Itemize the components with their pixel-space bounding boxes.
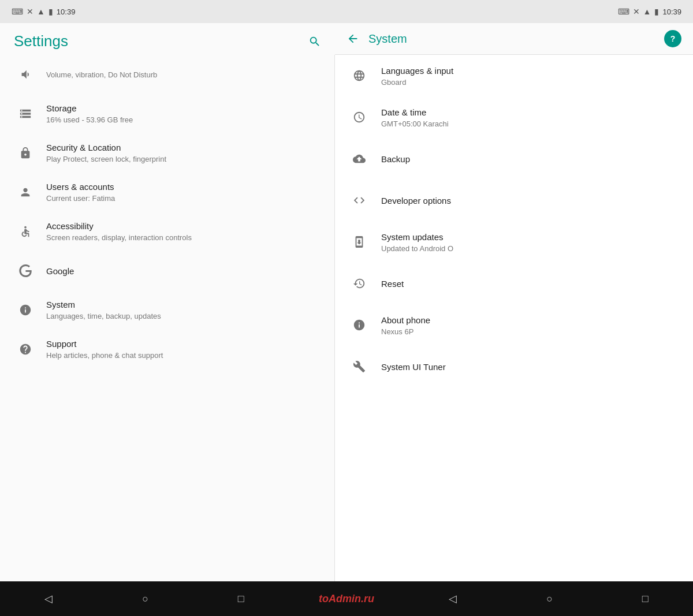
- help-button[interactable]: ?: [664, 30, 681, 47]
- accessibility-icon: [14, 220, 37, 243]
- time-right: 10:39: [662, 8, 681, 16]
- support-subtitle: Help articles, phone & chat support: [46, 351, 321, 361]
- security-title: Security & Location: [46, 141, 321, 154]
- about-title: About phone: [381, 314, 681, 326]
- system-updates-subtitle: Updated to Android O: [381, 244, 681, 253]
- google-text: Google: [46, 265, 321, 277]
- accessibility-text: Accessibility Screen readers, display, i…: [46, 220, 321, 243]
- support-text: Support Help articles, phone & chat supp…: [46, 338, 321, 361]
- reset-title: Reset: [381, 278, 681, 290]
- battery-icon: ▮: [49, 7, 53, 16]
- navigation-bar: ◁ ○ □ toAdmin.ru ◁ ○ □: [0, 581, 693, 616]
- languages-subtitle: Gboard: [381, 78, 681, 87]
- security-subtitle: Play Protect, screen lock, fingerprint: [46, 155, 321, 165]
- right-item-about[interactable]: About phone Nexus 6P: [335, 304, 693, 346]
- system-settings-list: Languages & input Gboard Date & time GMT…: [335, 55, 693, 581]
- vibrate-icon: ⌨: [12, 7, 23, 16]
- right-item-system-updates[interactable]: System updates Updated to Android O: [335, 221, 693, 263]
- clock-icon: [346, 104, 372, 130]
- backup-text: Backup: [381, 153, 681, 165]
- about-subtitle: Nexus 6P: [381, 327, 681, 336]
- languages-text: Languages & input Gboard: [381, 65, 681, 87]
- home-nav-icon[interactable]: ○: [137, 588, 153, 610]
- right-item-backup[interactable]: Backup: [335, 138, 693, 180]
- right-item-reset[interactable]: Reset: [335, 263, 693, 304]
- system-update-icon: [346, 229, 372, 255]
- developer-title: Developer options: [381, 195, 681, 207]
- search-icon[interactable]: [308, 35, 321, 48]
- cloud-upload-icon: [346, 146, 372, 171]
- recent-nav-icon[interactable]: □: [233, 588, 249, 610]
- wrench-icon: [346, 354, 372, 379]
- google-icon: [14, 259, 37, 282]
- back-icon[interactable]: [346, 32, 359, 45]
- right-item-datetime[interactable]: Date & time GMT+05:00 Karachi: [335, 96, 693, 138]
- settings-header: Settings: [0, 23, 335, 55]
- nav-right: ◁ ○ □: [404, 588, 693, 610]
- code-icon: [346, 188, 372, 213]
- users-subtitle: Current user: Fatima: [46, 194, 321, 204]
- settings-item-users[interactable]: Users & accounts Current user: Fatima: [0, 173, 334, 212]
- sound-text: Volume, vibration, Do Not Disturb: [46, 69, 321, 80]
- vibrate-icon-right: ⌨: [618, 7, 629, 16]
- security-text: Security & Location Play Protect, screen…: [46, 141, 321, 165]
- back-nav-icon-right[interactable]: ◁: [444, 588, 461, 610]
- system-subtitle: Languages, time, backup, updates: [46, 312, 321, 322]
- settings-item-security[interactable]: Security & Location Play Protect, screen…: [0, 133, 334, 173]
- developer-text: Developer options: [381, 195, 681, 207]
- battery-icon-right: ▮: [654, 7, 659, 16]
- about-text: About phone Nexus 6P: [381, 314, 681, 336]
- system-header: System ?: [335, 23, 693, 54]
- status-right: ⌨ ✕ ▲ ▮ 10:39: [618, 7, 681, 16]
- storage-text: Storage 16% used - 53.96 GB free: [46, 102, 321, 125]
- datetime-subtitle: GMT+05:00 Karachi: [381, 120, 681, 128]
- main-content: Volume, vibration, Do Not Disturb Storag…: [0, 55, 693, 581]
- ui-tuner-title: System UI Tuner: [381, 361, 681, 373]
- settings-item-google[interactable]: Google: [0, 251, 334, 290]
- signal-off-icon: ✕: [27, 7, 33, 16]
- system-title: System: [368, 32, 655, 46]
- settings-item-sound[interactable]: Volume, vibration, Do Not Disturb: [0, 55, 334, 94]
- recent-nav-icon-right[interactable]: □: [638, 588, 653, 610]
- reset-icon: [346, 271, 372, 296]
- lock-icon: [14, 141, 37, 165]
- svg-point-0: [24, 226, 27, 229]
- users-text: Users & accounts Current user: Fatima: [46, 181, 321, 204]
- time-left: 10:39: [57, 8, 76, 16]
- datetime-title: Date & time: [381, 106, 681, 118]
- right-item-ui-tuner[interactable]: System UI Tuner: [335, 346, 693, 387]
- home-nav-icon-right[interactable]: ○: [542, 588, 557, 610]
- ui-tuner-text: System UI Tuner: [381, 361, 681, 373]
- back-nav-icon[interactable]: ◁: [40, 588, 57, 610]
- status-left: ⌨ ✕ ▲ ▮ 10:39: [12, 7, 75, 16]
- system-title-left: System: [46, 298, 321, 311]
- storage-subtitle: 16% used - 53.96 GB free: [46, 115, 321, 125]
- status-bar: ⌨ ✕ ▲ ▮ 10:39 ⌨ ✕ ▲ ▮ 10:39: [0, 0, 693, 23]
- support-title: Support: [46, 338, 321, 350]
- header-row: Settings System ?: [0, 23, 693, 55]
- nav-left: ◁ ○ □: [0, 588, 289, 610]
- accessibility-title: Accessibility: [46, 220, 321, 232]
- system-updates-title: System updates: [381, 231, 681, 243]
- datetime-text: Date & time GMT+05:00 Karachi: [381, 106, 681, 128]
- right-item-developer[interactable]: Developer options: [335, 180, 693, 221]
- google-title: Google: [46, 265, 321, 277]
- settings-title: Settings: [14, 32, 297, 50]
- settings-item-accessibility[interactable]: Accessibility Screen readers, display, i…: [0, 212, 334, 251]
- help-circle-icon: [14, 338, 37, 361]
- users-title: Users & accounts: [46, 181, 321, 193]
- system-text: System Languages, time, backup, updates: [46, 298, 321, 322]
- right-item-languages[interactable]: Languages & input Gboard: [335, 55, 693, 96]
- sound-subtitle: Volume, vibration, Do Not Disturb: [46, 70, 321, 80]
- system-info-icon: [14, 298, 37, 322]
- watermark-text: toAdmin.ru: [319, 593, 374, 605]
- left-header: Settings: [0, 23, 335, 55]
- storage-title: Storage: [46, 102, 321, 114]
- settings-item-storage[interactable]: Storage 16% used - 53.96 GB free: [0, 94, 334, 133]
- volume-icon: [14, 63, 37, 86]
- accessibility-subtitle: Screen readers, display, interaction con…: [46, 233, 321, 243]
- settings-item-system[interactable]: System Languages, time, backup, updates: [0, 290, 334, 330]
- backup-title: Backup: [381, 153, 681, 165]
- settings-item-support[interactable]: Support Help articles, phone & chat supp…: [0, 330, 334, 369]
- signal-off-icon-right: ✕: [633, 7, 640, 16]
